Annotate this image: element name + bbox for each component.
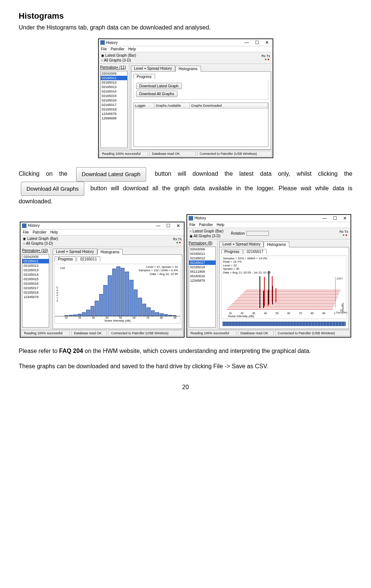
permalog-link[interactable]: Permalog+ (11) bbox=[100, 65, 128, 69]
download-all-graphs-button-inline[interactable]: Download All Graphs bbox=[21, 182, 84, 196]
list-item[interactable]: 02165015 bbox=[22, 277, 49, 281]
list-item[interactable]: 02165018 bbox=[101, 107, 127, 112]
bar bbox=[82, 312, 86, 316]
peak-line bbox=[272, 276, 273, 303]
window-title: History bbox=[106, 41, 118, 45]
download-all-graphs-button[interactable]: Download All Graphs bbox=[136, 91, 177, 97]
menu-file[interactable]: File bbox=[101, 47, 107, 51]
faq-reference: FAQ 204 bbox=[59, 348, 83, 354]
maximize-button[interactable]: ☐ bbox=[164, 223, 173, 228]
list-item[interactable]: 02165014 bbox=[101, 89, 127, 94]
x-axis-label: Noise Intensity (dB) bbox=[55, 319, 180, 323]
subtab-progress[interactable]: Progress bbox=[221, 249, 243, 254]
minimize-button[interactable]: — bbox=[320, 216, 329, 221]
list-item[interactable]: 02165016 bbox=[101, 98, 127, 103]
list-item[interactable]: 12999999 bbox=[101, 116, 127, 121]
list-item[interactable]: 12345678 bbox=[101, 112, 127, 116]
app-icon bbox=[22, 223, 26, 228]
bar bbox=[69, 315, 73, 316]
list-item[interactable]: 02165018 bbox=[189, 265, 216, 269]
menu-help[interactable]: Help bbox=[217, 223, 224, 227]
list-item[interactable]: 02165011 bbox=[189, 251, 216, 256]
list-item[interactable]: 05111809 bbox=[189, 269, 216, 274]
window-title: History bbox=[195, 216, 206, 220]
rotation-label: Rotation bbox=[231, 231, 245, 235]
list-item[interactable]: 02165017 bbox=[101, 103, 127, 107]
list-item[interactable]: 02165018 bbox=[22, 290, 49, 295]
radio-latest-graph[interactable]: Latest Graph (Bar) bbox=[101, 53, 136, 57]
menu-help[interactable]: Help bbox=[50, 230, 58, 234]
status-reading: Reading 100% successful bbox=[188, 330, 236, 336]
radio-all-graphs[interactable]: All Graphs (3-D) bbox=[101, 58, 136, 62]
download-latest-graph-button-inline[interactable]: Download Latest Graph bbox=[76, 167, 146, 182]
history-window-1: History — ☐ ✕ File Patroller Help Latest… bbox=[98, 38, 273, 158]
logger-list[interactable]: 0204200902165011021650120216501702165018… bbox=[189, 247, 216, 328]
bar bbox=[173, 315, 177, 316]
list-item[interactable]: 02042009 bbox=[189, 247, 216, 251]
logger-list[interactable]: 0204200902165011021650120216501302165014… bbox=[100, 71, 128, 148]
list-item[interactable]: 02042009 bbox=[22, 254, 49, 259]
status-database: Database read OK bbox=[238, 330, 274, 336]
list-item[interactable]: 02165013 bbox=[101, 85, 127, 89]
tab-level-spread[interactable]: Level + Spread History bbox=[131, 65, 175, 71]
list-item[interactable]: 02165012 bbox=[189, 256, 216, 260]
y-max-label: 132 bbox=[60, 266, 65, 270]
bar bbox=[65, 315, 69, 316]
tab-histograms[interactable]: Histograms bbox=[175, 66, 201, 72]
list-item[interactable]: 02165013 bbox=[22, 268, 49, 272]
minimize-button[interactable]: — bbox=[242, 40, 251, 45]
list-item[interactable]: 05160016 bbox=[189, 274, 216, 278]
list-item[interactable]: 02165016 bbox=[22, 281, 49, 286]
bar bbox=[91, 306, 95, 316]
close-button[interactable]: ✕ bbox=[341, 216, 349, 221]
list-item[interactable]: 12345678 bbox=[22, 295, 49, 299]
radio-latest-graph[interactable]: Latest Graph (Bar) bbox=[189, 229, 224, 233]
list-item[interactable]: 02165015 bbox=[101, 94, 127, 98]
subtab-progress[interactable]: Progress bbox=[54, 256, 76, 262]
list-item[interactable]: 02165011 bbox=[101, 76, 127, 80]
chart-info: Level = 37, Spread = 22 Samples = 132 / … bbox=[139, 265, 178, 276]
logger-list[interactable]: 0204200902165011021650120216501302165014… bbox=[22, 254, 49, 328]
menu-help[interactable]: Help bbox=[128, 47, 136, 51]
menu-patroller[interactable]: Patroller bbox=[32, 230, 46, 234]
rx-tx-indicator: Rx Tx ●● bbox=[173, 238, 182, 244]
maximize-button[interactable]: ☐ bbox=[331, 216, 339, 221]
tab-level-spread[interactable]: Level + Spread History bbox=[219, 241, 264, 247]
permalog-link[interactable]: Permalog+ (8) bbox=[189, 241, 216, 245]
list-item[interactable]: 02165012 bbox=[101, 80, 127, 85]
subtab-progress[interactable]: Progress bbox=[133, 74, 155, 79]
radio-latest-graph[interactable]: Latest Graph (Bar) bbox=[23, 237, 58, 241]
chart-info: Samples = 5231 / 36864 = 14.2%Peak = 16.… bbox=[221, 256, 347, 275]
list-item[interactable]: 02165017 bbox=[189, 260, 216, 265]
close-button[interactable]: ✕ bbox=[174, 223, 182, 228]
download-latest-graph-button[interactable]: Download Latest Graph bbox=[136, 83, 182, 89]
radio-all-graphs[interactable]: All Graphs (3-D) bbox=[23, 241, 58, 245]
bar bbox=[125, 272, 129, 316]
maximize-button[interactable]: ☐ bbox=[253, 40, 261, 45]
list-item[interactable]: 12345878 bbox=[189, 278, 216, 283]
faq-paragraph: Please refer to FAQ 204 on the HWM websi… bbox=[19, 347, 352, 355]
subtab-logger[interactable]: 02165017 bbox=[243, 249, 267, 254]
tab-histograms[interactable]: Histograms bbox=[97, 249, 123, 255]
subtab-logger[interactable]: 02165011 bbox=[77, 256, 100, 262]
rotation-input[interactable] bbox=[246, 231, 269, 236]
list-item[interactable]: 02165014 bbox=[22, 272, 49, 277]
menu-file[interactable]: File bbox=[189, 223, 195, 227]
peak-line bbox=[264, 277, 265, 306]
list-item[interactable]: 02165012 bbox=[22, 263, 49, 268]
menu-file[interactable]: File bbox=[23, 230, 29, 234]
graphs-table: Logger Graphs Available Graphs Downloade… bbox=[133, 103, 268, 147]
bar bbox=[155, 312, 159, 316]
radio-all-graphs[interactable]: All Graphs (3-D) bbox=[189, 234, 224, 238]
menu-patroller[interactable]: Patroller bbox=[111, 47, 125, 51]
tab-histograms[interactable]: Histograms bbox=[264, 241, 289, 247]
list-item[interactable]: 02165017 bbox=[22, 286, 49, 290]
list-item[interactable]: 02165011 bbox=[22, 259, 49, 263]
close-button[interactable]: ✕ bbox=[263, 40, 271, 45]
tab-level-spread[interactable]: Level + Spread History bbox=[53, 248, 97, 254]
permalog-link[interactable]: Permalog+ (10) bbox=[22, 248, 49, 253]
x-axis-label: Noise Intensity (dB) bbox=[221, 315, 347, 319]
minimize-button[interactable]: — bbox=[154, 223, 163, 228]
list-item[interactable]: 02042009 bbox=[101, 71, 127, 76]
menu-patroller[interactable]: Patroller bbox=[199, 223, 213, 227]
